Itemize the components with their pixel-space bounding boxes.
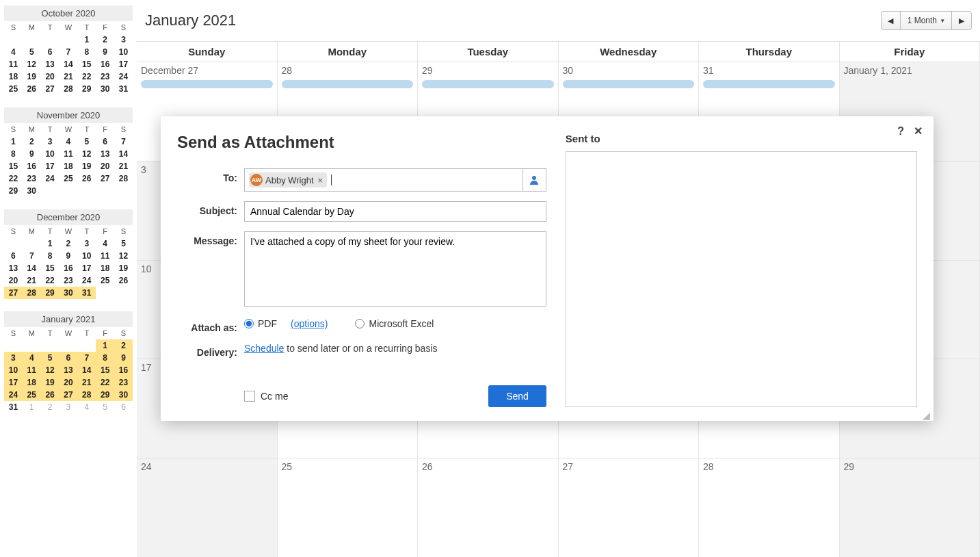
mini-calendar-day[interactable]: 26 [23, 83, 41, 95]
mini-calendar-day[interactable]: 17 [77, 262, 96, 274]
mini-calendar-day[interactable]: 5 [77, 135, 96, 148]
mini-calendar-day[interactable]: 2 [41, 401, 59, 413]
mini-calendar-day[interactable]: 14 [114, 148, 133, 160]
mini-calendar-day[interactable]: 23 [114, 376, 133, 389]
mini-calendar-day[interactable]: 31 [114, 83, 133, 95]
mini-calendar-day[interactable]: 3 [77, 237, 96, 250]
mini-calendar-day[interactable]: 27 [59, 389, 78, 401]
mini-calendar-day[interactable] [59, 339, 78, 352]
mini-calendar-day[interactable] [41, 34, 59, 46]
mini-calendar-day[interactable]: 11 [4, 58, 23, 70]
mini-calendar-day[interactable]: 21 [77, 376, 96, 389]
mini-calendar-day[interactable]: 4 [4, 46, 23, 58]
mini-calendar-day[interactable]: 17 [4, 376, 23, 389]
mini-calendar-day[interactable] [23, 339, 41, 352]
mini-calendar-day[interactable]: 22 [77, 70, 96, 83]
mini-calendar-day[interactable]: 10 [77, 250, 96, 262]
mini-calendar-day[interactable]: 10 [4, 364, 23, 376]
calendar-day-cell[interactable]: 28 [699, 458, 840, 557]
mini-calendar-day[interactable]: 19 [41, 376, 59, 389]
mini-calendar-day[interactable]: 8 [41, 250, 59, 262]
attach-pdf-radio[interactable]: PDF [244, 318, 277, 329]
mini-calendar-day[interactable]: 4 [96, 237, 114, 250]
mini-calendar-day[interactable] [4, 237, 23, 250]
mini-calendar-day[interactable]: 23 [59, 274, 78, 287]
mini-calendar-day[interactable] [4, 339, 23, 352]
mini-calendar-day[interactable]: 29 [4, 185, 23, 197]
mini-calendar-day[interactable]: 15 [4, 160, 23, 172]
subject-input[interactable] [244, 201, 546, 222]
event-bar[interactable] [703, 80, 835, 88]
calendar-day-cell[interactable]: 29 [840, 458, 981, 557]
mini-calendar-day[interactable]: 17 [41, 160, 59, 172]
mini-calendar-day[interactable]: 31 [77, 287, 96, 299]
calendar-day-cell[interactable]: 27 [559, 458, 700, 557]
mini-calendar-day[interactable]: 10 [114, 46, 133, 58]
mini-calendar-day[interactable]: 27 [41, 83, 59, 95]
mini-calendar-day[interactable]: 20 [41, 70, 59, 83]
mini-calendar-day[interactable]: 28 [23, 287, 41, 299]
mini-calendar-day[interactable]: 4 [59, 135, 78, 148]
mini-calendar-day[interactable]: 16 [59, 262, 78, 274]
mini-calendar-day[interactable]: 19 [114, 262, 133, 274]
mini-calendar-day[interactable]: 11 [96, 250, 114, 262]
mini-calendar-day[interactable] [77, 339, 96, 352]
mini-calendar-day[interactable]: 14 [23, 262, 41, 274]
mini-calendar-day[interactable]: 9 [114, 352, 133, 364]
mini-calendar-day[interactable] [96, 287, 114, 299]
mini-calendar-day[interactable]: 30 [59, 287, 78, 299]
mini-calendar-day[interactable]: 18 [23, 376, 41, 389]
mini-calendar-day[interactable]: 1 [23, 401, 41, 413]
mini-calendar-day[interactable]: 29 [41, 287, 59, 299]
mini-calendar-day[interactable]: 6 [59, 352, 78, 364]
mini-calendar-day[interactable]: 29 [96, 389, 114, 401]
mini-calendar-day[interactable]: 6 [4, 250, 23, 262]
mini-calendar-day[interactable] [4, 34, 23, 46]
mini-calendar-day[interactable]: 17 [114, 58, 133, 70]
pdf-options-link[interactable]: (options) [291, 318, 328, 329]
mini-calendar-day[interactable]: 12 [77, 148, 96, 160]
mini-calendar-day[interactable]: 3 [4, 352, 23, 364]
mini-calendar-day[interactable]: 23 [96, 70, 114, 83]
mini-calendar-day[interactable]: 8 [4, 148, 23, 160]
mini-calendar-day[interactable]: 1 [4, 135, 23, 148]
mini-calendar-day[interactable]: 25 [4, 83, 23, 95]
mini-calendar-day[interactable]: 25 [96, 274, 114, 287]
mini-calendar-day[interactable]: 5 [23, 46, 41, 58]
view-range-select[interactable]: 1 Month ▾ [901, 12, 952, 29]
mini-calendar-day[interactable]: 6 [114, 401, 133, 413]
mini-calendar-day[interactable]: 5 [41, 352, 59, 364]
mini-calendar-day[interactable]: 7 [59, 46, 78, 58]
mini-calendar-day[interactable]: 30 [96, 83, 114, 95]
mini-calendar-day[interactable]: 30 [114, 389, 133, 401]
mini-calendar-day[interactable]: 12 [114, 250, 133, 262]
mini-calendar-day[interactable]: 12 [41, 364, 59, 376]
resize-handle-icon[interactable]: ◢ [923, 410, 932, 419]
mini-calendar-day[interactable]: 1 [96, 339, 114, 352]
mini-calendar-day[interactable]: 7 [114, 135, 133, 148]
mini-calendar-day[interactable]: 16 [114, 364, 133, 376]
mini-calendar-day[interactable]: 11 [59, 148, 78, 160]
mini-calendar-day[interactable]: 26 [41, 389, 59, 401]
mini-calendar-day[interactable]: 22 [96, 376, 114, 389]
mini-calendar-day[interactable]: 13 [59, 364, 78, 376]
to-input[interactable]: AW Abby Wright × [244, 168, 523, 192]
mini-calendar-day[interactable]: 25 [59, 172, 78, 185]
mini-calendar-day[interactable] [114, 287, 133, 299]
mini-calendar-day[interactable]: 20 [96, 160, 114, 172]
schedule-link[interactable]: Schedule [244, 343, 284, 354]
mini-calendar-day[interactable] [96, 185, 114, 197]
mini-calendar-day[interactable]: 24 [41, 172, 59, 185]
mini-calendar-day[interactable] [59, 34, 78, 46]
mini-calendar-day[interactable]: 3 [41, 135, 59, 148]
mini-calendar-day[interactable] [41, 185, 59, 197]
mini-calendar-day[interactable]: 24 [114, 70, 133, 83]
cc-me-checkbox[interactable] [244, 391, 255, 402]
mini-calendar-day[interactable] [59, 185, 78, 197]
event-bar[interactable] [282, 80, 414, 88]
calendar-day-cell[interactable]: 25 [278, 458, 419, 557]
mini-calendar-day[interactable]: 2 [23, 135, 41, 148]
mini-calendar-day[interactable]: 4 [23, 352, 41, 364]
remove-recipient-icon[interactable]: × [318, 175, 323, 185]
mini-calendar-day[interactable]: 14 [77, 364, 96, 376]
